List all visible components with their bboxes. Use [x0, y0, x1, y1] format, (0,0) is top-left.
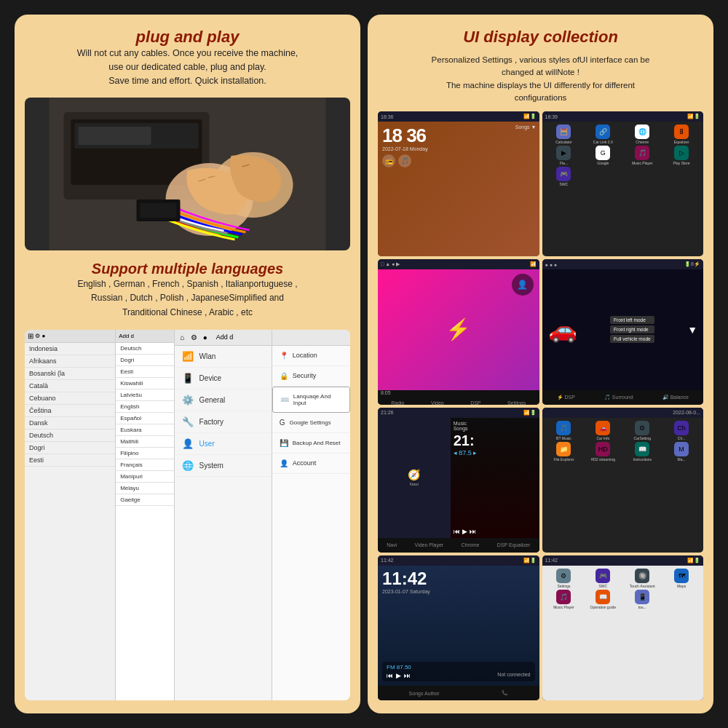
app-lbl: File Explorer: [553, 457, 574, 462]
phone-btn[interactable]: 📞: [502, 690, 508, 696]
settings-device[interactable]: 📱 Device: [175, 368, 272, 389]
next-btn[interactable]: ⏭: [470, 528, 476, 535]
lang-item: Català: [25, 380, 115, 392]
play-btn-2[interactable]: ▶: [396, 672, 401, 679]
surround-label[interactable]: 🎵 Surround: [604, 395, 633, 400]
settings-user[interactable]: 👤 User: [175, 433, 272, 455]
apps-grid-1: 🧮 Calculator 🔗 Car Link 2.0 🌐 Chrome 🎚 E…: [542, 122, 704, 256]
video-btn-3[interactable]: Video: [431, 400, 444, 405]
songs-label: Songs ▼: [515, 124, 537, 130]
set-lbl: Touch Assistant: [630, 584, 655, 588]
carlink-icon: 🔗: [596, 124, 610, 139]
music-freq: ◂ 87.5 ▸: [454, 449, 537, 456]
prev-btn-2[interactable]: ⏮: [387, 672, 393, 679]
next-btn-2[interactable]: ⏭: [404, 672, 411, 679]
settings-account[interactable]: 👤 Account: [272, 454, 350, 474]
language-list: ⊞ ⚙ ● Indonesia Afrikaans Bosanski (la C…: [25, 330, 116, 700]
app-carinfo: 🚗 Car Info: [584, 421, 622, 440]
chrome-btn[interactable]: Chrome: [462, 542, 480, 547]
dsp-btn-3[interactable]: DSP: [470, 400, 480, 405]
dsp-bottom-bar: ⚡ DSP 🎵 Surround 🔊 Balance: [542, 390, 704, 405]
ch-icon: Ch: [674, 421, 689, 435]
settings-general[interactable]: ⚙️ General: [175, 389, 272, 411]
ui-cell-clock: 18:36📶🔋 18 36 2022-07-18 Monday 📻 🎵 Song…: [378, 111, 539, 256]
app-carlink: 🔗 Car Link 2.0: [584, 124, 622, 144]
cell-header-1: 18:36📶🔋: [378, 111, 539, 122]
full-vehicle-mode[interactable]: Full vehicle mode: [610, 335, 654, 343]
svg-rect-5: [79, 127, 151, 145]
person-icon: 👤: [512, 274, 534, 296]
app-music-player: 🎵 Music Player: [623, 146, 661, 165]
car-diagram-icon: 🚗: [548, 316, 577, 344]
app-fileexplorer: 📁 File Explorer: [545, 442, 583, 462]
ui-cell-apps1: 18:39📶🔋 🧮 Calculator 🔗 Car Link 2.0 🌐 Ch…: [542, 111, 704, 256]
settings-app-guide: 📖 Operation guide: [584, 590, 622, 609]
front-left-mode[interactable]: Front left mode: [610, 316, 654, 324]
videoplayer-btn[interactable]: Video Player: [415, 542, 444, 547]
plug-title: plug and play: [25, 28, 350, 47]
dsp-label[interactable]: ⚡ DSP: [557, 395, 575, 400]
play-btn[interactable]: ▶: [462, 528, 467, 535]
balance-label[interactable]: 🔊 Balance: [662, 395, 689, 400]
ui-cell-apps2: 2022-08-0... 🎵 BT Music 🚗 Car Info ⚙ Car…: [542, 408, 704, 553]
swc2-ico: 🎮: [596, 569, 610, 583]
app-ma: M Ma...: [662, 442, 700, 462]
music2-ico: 🎵: [556, 590, 571, 604]
settings-security[interactable]: 🔒 Security: [272, 366, 350, 387]
app-lbl: CarSetting: [633, 436, 651, 440]
settings-location[interactable]: 📍 Location: [272, 346, 350, 366]
app-btmusic: 🎵 BT Music: [545, 421, 583, 440]
front-right-mode[interactable]: Front right mode: [610, 325, 654, 333]
lang-item: Bosanski (la: [25, 368, 115, 380]
lang-item: Čeština: [25, 405, 115, 417]
lang-section: Support multiple languages English , Ger…: [25, 261, 350, 320]
clock2-content: 11:42 2023-01-07 Saturday FM 87.50 ⏮ ▶ ⏭…: [378, 566, 539, 686]
app-lbl: Music Player: [632, 161, 653, 165]
music-info-area: MusicSongs 21: ◂ 87.5 ▸ ⏮ ▶ ⏭: [451, 418, 539, 538]
clock-time: 18 36: [382, 126, 426, 145]
ui-cell-bluetooth: □ ▲ ● ▶📶 ⚡ 👤 8:05 Radio Video DSP Settin…: [378, 259, 539, 404]
plug-section: plug and play Will not cut any cables. O…: [25, 28, 350, 87]
ui-cell-music: 21:26📶🔋 🧭 Navi MusicSongs 21: ◂ 87.5 ▸ ⏮…: [378, 408, 539, 553]
navi-btn[interactable]: Navi: [387, 542, 397, 547]
ui-cell-car-dsp: ● ● ●🔋8⚡ 🚗 Front left mode Front right m…: [542, 259, 704, 404]
right-panel: UI display collection Personalized Setti…: [368, 15, 713, 713]
svg-rect-9: [141, 203, 177, 218]
app-ch: Ch Ch...: [662, 421, 700, 440]
swc-icon: 🎮: [556, 167, 571, 181]
tou-ico: 📱: [635, 590, 649, 604]
nav-icon: 🧭: [408, 469, 420, 480]
cell-header-6: 2022-08-0...: [542, 408, 704, 418]
clock2-date: 2023-01-07 Saturday: [382, 589, 535, 594]
lang-item: Eesti: [25, 454, 115, 467]
app-lbl: Chrome: [636, 140, 649, 144]
ui-collection-title: UI display collection: [378, 28, 703, 47]
settings-btn-3[interactable]: Settings: [507, 400, 526, 405]
settings-right-header: [272, 330, 350, 346]
songs-btn[interactable]: Songs Author: [409, 691, 440, 696]
settings-backup[interactable]: 💾 Backup And Reset: [272, 433, 350, 454]
settings-app-settings: ⚙ Settings: [545, 569, 583, 588]
set-lbl: Music Player: [553, 605, 574, 609]
cell-header-7: 11:42📶🔋: [378, 555, 539, 566]
calculator-icon: 🧮: [556, 124, 571, 139]
settings-app-swc: 🎮 SWC: [584, 569, 622, 588]
radio-btn-3[interactable]: Radio: [391, 400, 404, 405]
set-lbl: SWC: [598, 584, 607, 588]
music-content: 🧭 Navi MusicSongs 21: ◂ 87.5 ▸ ⏮ ▶ ⏭: [378, 418, 539, 538]
settings-wlan[interactable]: 📶 Wlan: [175, 346, 272, 368]
app-hd2: HD HD2 streaming: [584, 442, 622, 462]
settings-language-input[interactable]: ⌨️ Lanquaqe And Input: [272, 387, 350, 413]
bt-content: ⚡ 👤: [378, 269, 539, 389]
settings-menu: ⌂⚙●Add d 📶 Wlan 📱 Device ⚙️ General: [175, 330, 272, 700]
settings-factory[interactable]: 🔧 Factory: [175, 411, 272, 433]
fm-bar: FM 87.50 ⏮ ▶ ⏭ Not connected: [382, 662, 535, 681]
dsp-eq-btn[interactable]: DSP Equalizer: [497, 542, 530, 547]
settings-google[interactable]: G Google Settings: [272, 413, 350, 433]
lang-item-2: Maithili: [116, 436, 173, 448]
prev-btn[interactable]: ⏮: [454, 528, 460, 535]
fla-icon: ▶: [556, 146, 571, 160]
app-lbl: Car Info: [596, 436, 609, 440]
car-installation-image: [25, 98, 350, 250]
settings-system[interactable]: 🌐 System: [175, 455, 272, 477]
